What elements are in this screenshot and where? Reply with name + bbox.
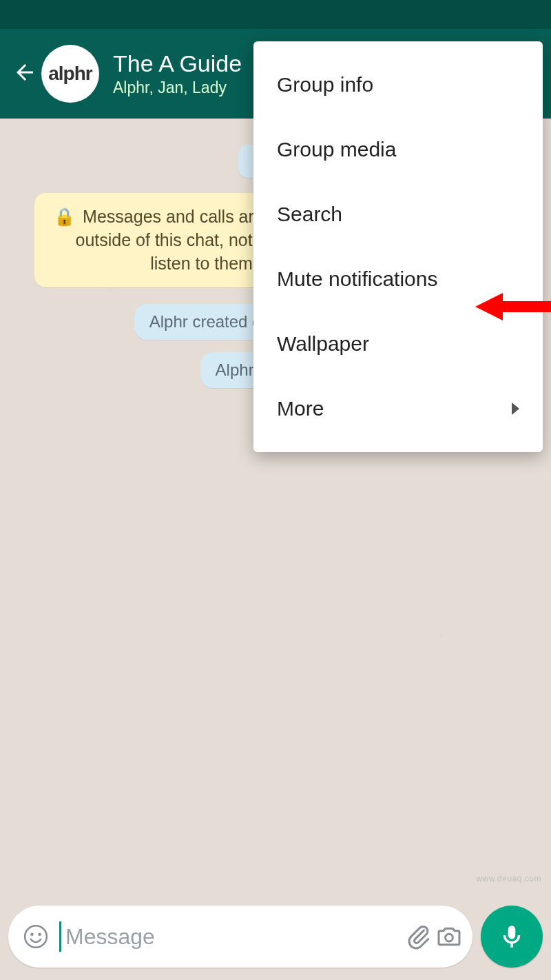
status-bar [0, 0, 551, 29]
svg-point-3 [38, 933, 41, 936]
attachment-icon[interactable] [404, 921, 434, 952]
svg-point-2 [30, 933, 33, 936]
chat-title: The A Guide [113, 50, 242, 77]
composer-bar: Message [8, 906, 543, 968]
menu-item-label: Wallpaper [277, 332, 369, 356]
voice-record-button[interactable] [481, 906, 543, 968]
watermark-text: www.deuaq.com [476, 874, 541, 884]
avatar-text: alphr [48, 63, 92, 85]
menu-item-more[interactable]: More [253, 376, 543, 441]
menu-item-label: Group media [277, 138, 396, 161]
menu-item-label: More [277, 397, 324, 420]
camera-icon[interactable] [434, 921, 464, 952]
menu-item-label: Group info [277, 73, 373, 96]
menu-item-group-media[interactable]: Group media [253, 117, 543, 182]
svg-point-4 [446, 934, 453, 941]
group-avatar[interactable]: alphr [41, 45, 99, 103]
svg-marker-0 [475, 293, 551, 320]
message-composer[interactable]: Message [8, 906, 472, 968]
chevron-right-icon [512, 402, 519, 415]
menu-item-group-info[interactable]: Group info [253, 52, 543, 117]
overflow-menu: Group info Group media Search Mute notif… [253, 41, 543, 452]
message-input[interactable]: Message [59, 921, 404, 952]
menu-item-search[interactable]: Search [253, 182, 543, 247]
annotation-arrow-icon [475, 289, 551, 324]
title-block[interactable]: The A Guide Alphr, Jan, Lady [113, 50, 242, 97]
menu-item-label: Search [277, 203, 342, 226]
menu-item-label: Mute notifications [277, 267, 437, 291]
emoji-icon[interactable] [21, 921, 51, 952]
chat-subtitle: Alphr, Jan, Lady [113, 79, 242, 97]
lock-icon: 🔒 [54, 207, 75, 226]
back-icon[interactable] [12, 60, 37, 88]
mic-icon [497, 922, 526, 951]
svg-point-1 [25, 926, 47, 948]
